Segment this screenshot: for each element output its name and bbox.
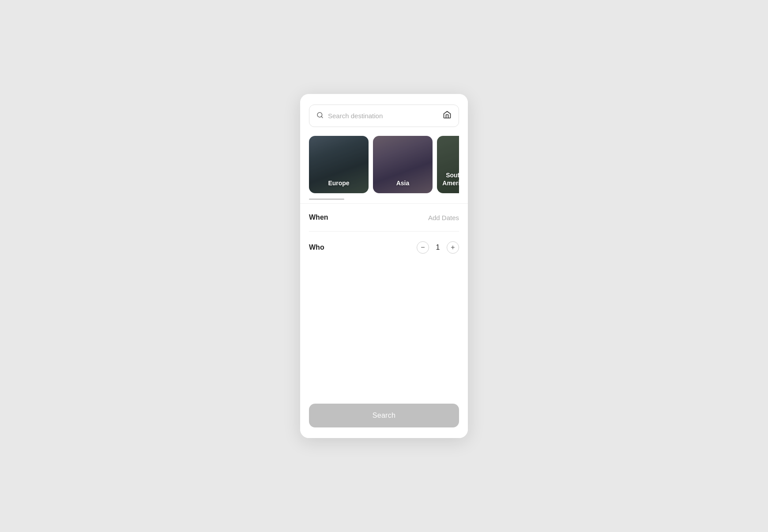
destinations-row: Europe Asia South America bbox=[309, 136, 459, 193]
main-card: Search destination Europe Asia bbox=[300, 94, 468, 438]
bottom-section: When Add Dates Who − 1 + Search bbox=[300, 203, 468, 438]
destination-card-south-america[interactable]: South America bbox=[437, 136, 459, 193]
destination-label-south-america: South America bbox=[437, 171, 459, 187]
who-label: Who bbox=[309, 244, 324, 251]
svg-line-1 bbox=[321, 116, 323, 118]
search-bar-left: Search destination bbox=[316, 112, 443, 120]
spacer bbox=[309, 263, 459, 404]
destination-label-europe: Europe bbox=[309, 179, 369, 187]
search-icon bbox=[316, 112, 324, 120]
increment-button[interactable]: + bbox=[447, 241, 459, 254]
counter-wrap: − 1 + bbox=[417, 241, 459, 254]
who-row: Who − 1 + bbox=[309, 232, 459, 263]
destination-label-asia: Asia bbox=[373, 179, 433, 187]
counter-value: 1 bbox=[434, 244, 441, 251]
scroll-bar bbox=[309, 199, 344, 200]
destination-card-asia[interactable]: Asia bbox=[373, 136, 433, 193]
search-section: Search destination Europe Asia bbox=[300, 94, 468, 193]
scroll-indicator bbox=[300, 193, 468, 200]
search-bar[interactable]: Search destination bbox=[309, 105, 459, 127]
when-row[interactable]: When Add Dates bbox=[309, 204, 459, 232]
decrement-button[interactable]: − bbox=[417, 241, 429, 254]
home-icon[interactable] bbox=[443, 110, 452, 121]
destination-card-europe[interactable]: Europe bbox=[309, 136, 369, 193]
search-placeholder: Search destination bbox=[328, 112, 383, 120]
when-value: Add Dates bbox=[428, 214, 459, 221]
when-label: When bbox=[309, 214, 328, 221]
search-button[interactable]: Search bbox=[309, 404, 459, 427]
